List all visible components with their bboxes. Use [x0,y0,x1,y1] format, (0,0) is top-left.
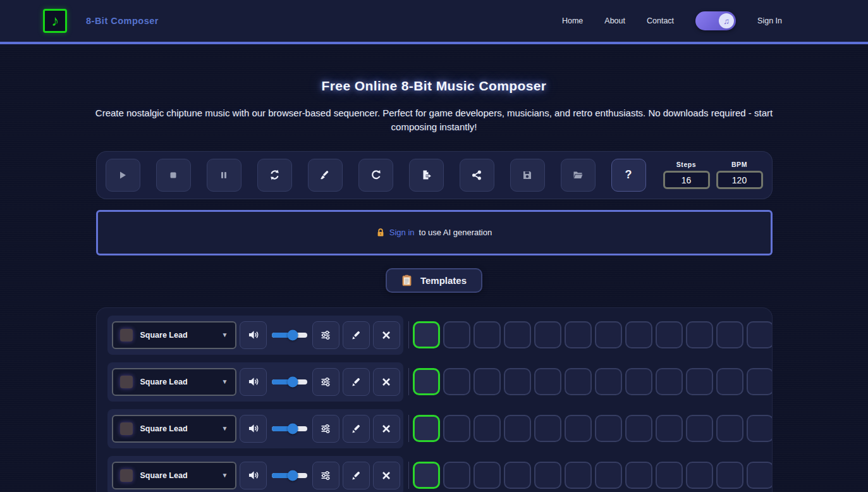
effects-button[interactable] [312,415,339,443]
mute-button[interactable] [240,368,267,396]
delete-track-button[interactable] [373,321,400,349]
edit-button[interactable] [343,415,370,443]
step-cell[interactable] [595,415,622,442]
step-cell[interactable] [565,368,592,395]
step-cell[interactable] [595,462,622,489]
step-cell[interactable] [504,368,531,395]
instrument-select[interactable]: Square Lead ▼ [112,415,236,443]
volume-slider-track[interactable] [272,473,307,478]
step-cell[interactable] [504,321,531,348]
play-button[interactable] [106,159,140,192]
step-cell[interactable] [716,321,743,348]
delete-track-button[interactable] [373,462,400,489]
step-cell[interactable] [747,415,772,442]
export-button[interactable] [409,159,444,192]
step-cell[interactable] [686,321,713,348]
volume-slider[interactable] [270,462,309,489]
volume-slider-thumb[interactable] [288,376,298,387]
volume-slider[interactable] [270,415,309,443]
step-cell[interactable] [686,462,713,489]
effects-button[interactable] [312,368,339,396]
app-logo[interactable]: ♪ [43,9,67,33]
step-cell[interactable] [534,415,561,442]
step-cell[interactable] [474,368,501,395]
step-cell[interactable] [565,415,592,442]
pause-button[interactable] [207,159,241,192]
step-cell[interactable] [595,321,622,348]
step-cell[interactable] [747,462,772,489]
nav-link-contact[interactable]: Contact [647,16,674,25]
reset-button[interactable] [358,159,393,192]
step-cell[interactable] [686,368,713,395]
step-cell[interactable] [656,462,683,489]
volume-slider[interactable] [270,368,309,396]
volume-slider-thumb[interactable] [288,470,298,481]
step-cell[interactable] [625,462,652,489]
volume-slider-thumb[interactable] [288,423,298,434]
help-button[interactable]: ? [611,159,646,192]
step-cell[interactable] [686,415,713,442]
step-cell[interactable] [413,368,440,395]
step-cell[interactable] [443,368,470,395]
volume-slider-track[interactable] [272,379,307,384]
instrument-select[interactable]: Square Lead ▼ [112,321,236,349]
mute-button[interactable] [240,415,267,443]
sign-in-link[interactable]: Sign In [757,16,782,25]
step-cell[interactable] [625,415,652,442]
step-cell[interactable] [656,368,683,395]
steps-input[interactable] [663,171,710,189]
step-cell[interactable] [413,415,440,442]
delete-track-button[interactable] [373,415,400,443]
bpm-input[interactable] [716,171,763,189]
loop-button[interactable] [257,159,292,192]
save-button[interactable] [510,159,545,192]
step-cell[interactable] [443,321,470,348]
step-cell[interactable] [443,415,470,442]
edit-button[interactable] [343,368,370,396]
step-cell[interactable] [413,321,440,348]
theme-toggle[interactable]: ♫ [695,11,736,30]
effects-button[interactable] [312,462,339,489]
step-cell[interactable] [504,415,531,442]
step-cell[interactable] [625,321,652,348]
mute-button[interactable] [240,321,267,349]
nav-link-about[interactable]: About [604,16,625,25]
edit-button[interactable] [343,462,370,489]
step-cell[interactable] [716,462,743,489]
step-cell[interactable] [534,368,561,395]
stop-button[interactable] [156,159,191,192]
step-cell[interactable] [565,321,592,348]
instrument-select[interactable]: Square Lead ▼ [112,368,236,396]
edit-button[interactable] [343,321,370,349]
step-cell[interactable] [413,462,440,489]
step-cell[interactable] [625,368,652,395]
effects-button[interactable] [312,321,339,349]
step-cell[interactable] [656,415,683,442]
open-button[interactable] [561,159,596,192]
step-cell[interactable] [595,368,622,395]
step-cell[interactable] [747,368,772,395]
clear-brush-button[interactable] [308,159,343,192]
mute-button[interactable] [240,462,267,489]
step-cell[interactable] [474,462,501,489]
templates-button[interactable]: Templates [386,268,482,293]
step-cell[interactable] [504,462,531,489]
step-cell[interactable] [747,321,772,348]
volume-slider-track[interactable] [272,426,307,431]
share-button[interactable] [460,159,494,192]
delete-track-button[interactable] [373,368,400,396]
step-cell[interactable] [474,415,501,442]
step-cell[interactable] [534,462,561,489]
step-cell[interactable] [443,462,470,489]
volume-slider-thumb[interactable] [288,329,298,340]
step-cell[interactable] [656,321,683,348]
step-cell[interactable] [716,368,743,395]
step-cell[interactable] [534,321,561,348]
volume-slider[interactable] [270,321,309,349]
step-cell[interactable] [565,462,592,489]
volume-slider-track[interactable] [272,333,307,338]
step-cell[interactable] [474,321,501,348]
sign-in-link[interactable]: Sign in [389,228,415,237]
step-cell[interactable] [716,415,743,442]
nav-link-home[interactable]: Home [562,16,583,25]
